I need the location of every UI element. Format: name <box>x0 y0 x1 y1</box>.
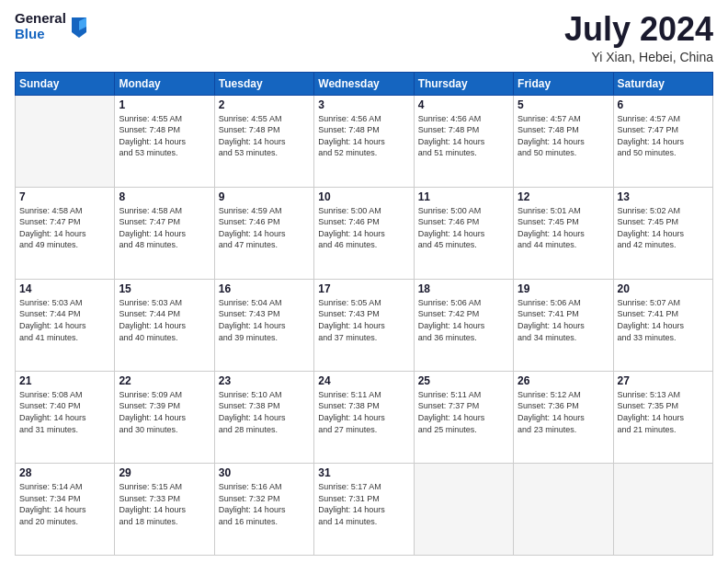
calendar-cell: 10Sunrise: 5:00 AMSunset: 7:46 PMDayligh… <box>314 187 414 279</box>
day-info: Sunrise: 5:11 AMSunset: 7:38 PMDaylight:… <box>318 389 409 435</box>
calendar-cell: 11Sunrise: 5:00 AMSunset: 7:46 PMDayligh… <box>414 187 513 279</box>
logo-general: General <box>15 11 66 27</box>
calendar-cell: 16Sunrise: 5:04 AMSunset: 7:43 PMDayligh… <box>214 279 313 371</box>
calendar-cell: 27Sunrise: 5:13 AMSunset: 7:35 PMDayligh… <box>613 371 712 463</box>
day-info: Sunrise: 4:56 AMSunset: 7:48 PMDaylight:… <box>318 113 409 159</box>
day-number: 10 <box>318 190 409 203</box>
calendar-day-header: Wednesday <box>314 72 414 95</box>
calendar-cell: 28Sunrise: 5:14 AMSunset: 7:34 PMDayligh… <box>16 463 115 555</box>
day-number: 4 <box>418 98 509 111</box>
calendar-day-header: Thursday <box>414 72 513 95</box>
day-info: Sunrise: 4:57 AMSunset: 7:48 PMDaylight:… <box>518 113 609 159</box>
calendar-cell: 12Sunrise: 5:01 AMSunset: 7:45 PMDayligh… <box>514 187 613 279</box>
day-number: 3 <box>318 98 409 111</box>
calendar-cell: 23Sunrise: 5:10 AMSunset: 7:38 PMDayligh… <box>214 371 313 463</box>
day-info: Sunrise: 5:05 AMSunset: 7:43 PMDaylight:… <box>318 297 409 343</box>
day-number: 8 <box>119 190 210 203</box>
calendar-week-row: 1Sunrise: 4:55 AMSunset: 7:48 PMDaylight… <box>16 95 713 187</box>
day-info: Sunrise: 5:16 AMSunset: 7:32 PMDaylight:… <box>219 481 310 527</box>
day-info: Sunrise: 4:55 AMSunset: 7:48 PMDaylight:… <box>119 113 210 159</box>
calendar-day-header: Saturday <box>613 72 712 95</box>
day-number: 5 <box>518 98 609 111</box>
calendar-day-header: Sunday <box>16 72 115 95</box>
day-number: 27 <box>618 374 709 387</box>
calendar-cell: 8Sunrise: 4:58 AMSunset: 7:47 PMDaylight… <box>115 187 214 279</box>
calendar-week-row: 7Sunrise: 4:58 AMSunset: 7:47 PMDaylight… <box>16 187 713 279</box>
calendar-cell: 19Sunrise: 5:06 AMSunset: 7:41 PMDayligh… <box>514 279 613 371</box>
calendar-cell: 29Sunrise: 5:15 AMSunset: 7:33 PMDayligh… <box>115 463 214 555</box>
logo-blue: Blue <box>15 27 66 42</box>
calendar-day-header: Friday <box>514 72 613 95</box>
day-info: Sunrise: 4:56 AMSunset: 7:48 PMDaylight:… <box>418 113 509 159</box>
logo: General Blue <box>15 11 88 41</box>
day-number: 26 <box>518 374 609 387</box>
day-number: 9 <box>219 190 310 203</box>
calendar-cell: 3Sunrise: 4:56 AMSunset: 7:48 PMDaylight… <box>314 95 414 187</box>
day-info: Sunrise: 5:12 AMSunset: 7:36 PMDaylight:… <box>518 389 609 435</box>
calendar-table: SundayMondayTuesdayWednesdayThursdayFrid… <box>15 72 713 556</box>
day-number: 22 <box>119 374 210 387</box>
calendar-cell: 1Sunrise: 4:55 AMSunset: 7:48 PMDaylight… <box>115 95 214 187</box>
calendar-cell <box>613 463 712 555</box>
calendar-cell <box>16 95 115 187</box>
day-info: Sunrise: 4:57 AMSunset: 7:47 PMDaylight:… <box>618 113 709 159</box>
day-number: 12 <box>518 190 609 203</box>
day-number: 14 <box>19 282 110 295</box>
calendar-week-row: 28Sunrise: 5:14 AMSunset: 7:34 PMDayligh… <box>16 463 713 555</box>
location: Yi Xian, Hebei, China <box>564 50 713 64</box>
day-number: 31 <box>318 466 409 479</box>
day-number: 13 <box>618 190 709 203</box>
day-info: Sunrise: 5:01 AMSunset: 7:45 PMDaylight:… <box>518 205 609 251</box>
day-number: 23 <box>219 374 310 387</box>
day-number: 21 <box>19 374 110 387</box>
day-info: Sunrise: 5:07 AMSunset: 7:41 PMDaylight:… <box>618 297 709 343</box>
day-info: Sunrise: 5:06 AMSunset: 7:41 PMDaylight:… <box>518 297 609 343</box>
calendar-cell: 6Sunrise: 4:57 AMSunset: 7:47 PMDaylight… <box>613 95 712 187</box>
day-info: Sunrise: 4:58 AMSunset: 7:47 PMDaylight:… <box>119 205 210 251</box>
calendar-week-row: 14Sunrise: 5:03 AMSunset: 7:44 PMDayligh… <box>16 279 713 371</box>
title-area: July 2024 Yi Xian, Hebei, China <box>564 11 713 64</box>
calendar-cell: 9Sunrise: 4:59 AMSunset: 7:46 PMDaylight… <box>214 187 313 279</box>
day-info: Sunrise: 5:04 AMSunset: 7:43 PMDaylight:… <box>219 297 310 343</box>
day-number: 29 <box>119 466 210 479</box>
calendar-cell <box>414 463 513 555</box>
day-info: Sunrise: 5:06 AMSunset: 7:42 PMDaylight:… <box>418 297 509 343</box>
calendar-cell: 30Sunrise: 5:16 AMSunset: 7:32 PMDayligh… <box>214 463 313 555</box>
calendar-cell: 25Sunrise: 5:11 AMSunset: 7:37 PMDayligh… <box>414 371 513 463</box>
day-info: Sunrise: 5:10 AMSunset: 7:38 PMDaylight:… <box>219 389 310 435</box>
day-info: Sunrise: 5:08 AMSunset: 7:40 PMDaylight:… <box>19 389 110 435</box>
calendar-cell: 18Sunrise: 5:06 AMSunset: 7:42 PMDayligh… <box>414 279 513 371</box>
day-info: Sunrise: 4:58 AMSunset: 7:47 PMDaylight:… <box>19 205 110 251</box>
calendar-cell: 5Sunrise: 4:57 AMSunset: 7:48 PMDaylight… <box>514 95 613 187</box>
day-info: Sunrise: 5:13 AMSunset: 7:35 PMDaylight:… <box>618 389 709 435</box>
calendar-day-header: Tuesday <box>214 72 313 95</box>
calendar-cell: 17Sunrise: 5:05 AMSunset: 7:43 PMDayligh… <box>314 279 414 371</box>
day-info: Sunrise: 4:59 AMSunset: 7:46 PMDaylight:… <box>219 205 310 251</box>
day-number: 30 <box>219 466 310 479</box>
day-info: Sunrise: 5:02 AMSunset: 7:45 PMDaylight:… <box>618 205 709 251</box>
day-number: 24 <box>318 374 409 387</box>
calendar-day-header: Monday <box>115 72 214 95</box>
day-info: Sunrise: 5:00 AMSunset: 7:46 PMDaylight:… <box>318 205 409 251</box>
day-number: 6 <box>618 98 709 111</box>
calendar-cell: 21Sunrise: 5:08 AMSunset: 7:40 PMDayligh… <box>16 371 115 463</box>
calendar-week-row: 21Sunrise: 5:08 AMSunset: 7:40 PMDayligh… <box>16 371 713 463</box>
calendar-cell: 20Sunrise: 5:07 AMSunset: 7:41 PMDayligh… <box>613 279 712 371</box>
calendar-cell: 26Sunrise: 5:12 AMSunset: 7:36 PMDayligh… <box>514 371 613 463</box>
calendar-cell: 2Sunrise: 4:55 AMSunset: 7:48 PMDaylight… <box>214 95 313 187</box>
day-info: Sunrise: 4:55 AMSunset: 7:48 PMDaylight:… <box>219 113 310 159</box>
day-number: 15 <box>119 282 210 295</box>
logo-icon <box>70 16 88 38</box>
day-number: 2 <box>219 98 310 111</box>
day-info: Sunrise: 5:03 AMSunset: 7:44 PMDaylight:… <box>19 297 110 343</box>
day-info: Sunrise: 5:00 AMSunset: 7:46 PMDaylight:… <box>418 205 509 251</box>
page: General Blue July 2024 Yi Xian, Hebei, C… <box>0 0 728 563</box>
day-number: 16 <box>219 282 310 295</box>
day-number: 7 <box>19 190 110 203</box>
day-info: Sunrise: 5:17 AMSunset: 7:31 PMDaylight:… <box>318 481 409 527</box>
day-info: Sunrise: 5:11 AMSunset: 7:37 PMDaylight:… <box>418 389 509 435</box>
calendar-cell: 24Sunrise: 5:11 AMSunset: 7:38 PMDayligh… <box>314 371 414 463</box>
day-number: 18 <box>418 282 509 295</box>
day-number: 17 <box>318 282 409 295</box>
month-title: July 2024 <box>564 11 713 48</box>
